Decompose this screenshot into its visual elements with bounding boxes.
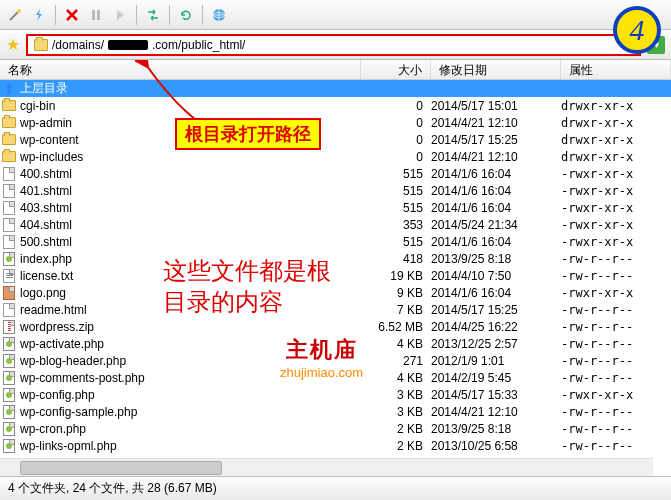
cell-attr: -rw-r--r-- <box>561 337 671 351</box>
cell-attr: -rw-r--r-- <box>561 371 671 385</box>
annotation-line2: 目录的内容 <box>163 286 331 317</box>
cell-date: 2014/1/6 16:04 <box>431 184 561 198</box>
col-date-header[interactable]: 修改日期 <box>431 60 561 79</box>
cell-attr: -rw-r--r-- <box>561 422 671 436</box>
cell-size: 7 KB <box>361 303 431 317</box>
svg-rect-1 <box>92 10 95 20</box>
file-name: license.txt <box>20 269 73 283</box>
file-name: logo.png <box>20 286 66 300</box>
cell-date: 2014/4/21 12:10 <box>431 150 561 164</box>
cell-size: 4 KB <box>361 371 431 385</box>
step-badge: 4 <box>613 6 661 54</box>
annotation-files-label: 这些文件都是根 目录的内容 <box>163 255 331 317</box>
cell-size: 515 <box>361 201 431 215</box>
play-icon[interactable] <box>109 4 131 26</box>
txt-file-icon <box>2 269 16 283</box>
file-name: readme.html <box>20 303 87 317</box>
cell-attr: drwxr-xr-x <box>561 150 671 164</box>
file-name: 401.shtml <box>20 184 72 198</box>
file-name: 403.shtml <box>20 201 72 215</box>
col-attr-header[interactable]: 属性 <box>561 60 671 79</box>
cell-attr: -rw-r--r-- <box>561 354 671 368</box>
favorite-icon[interactable]: ★ <box>6 35 20 54</box>
table-row[interactable]: wp-links-opml.php2 KB2013/10/25 6:58-rw-… <box>0 437 671 454</box>
pause-icon[interactable] <box>85 4 107 26</box>
cell-date: 2014/5/17 15:25 <box>431 133 561 147</box>
separator <box>169 5 170 25</box>
table-row[interactable]: ⬆上层目录 <box>0 80 671 97</box>
annotation-path-label: 根目录打开路径 <box>175 118 321 150</box>
table-row[interactable]: 404.shtml3532014/5/24 21:34-rwxr-xr-x <box>0 216 671 233</box>
cell-size: 19 KB <box>361 269 431 283</box>
cell-date: 2014/1/6 16:04 <box>431 201 561 215</box>
file-name: wp-blog-header.php <box>20 354 126 368</box>
table-row[interactable]: wp-includes02014/4/21 12:10drwxr-xr-x <box>0 148 671 165</box>
file-file-icon <box>2 218 16 232</box>
swap-icon[interactable] <box>142 4 164 26</box>
table-row[interactable]: logo.png9 KB2014/1/6 16:04-rwxr-xr-x <box>0 284 671 301</box>
cell-date: 2013/12/25 2:57 <box>431 337 561 351</box>
table-row[interactable]: wp-config-sample.php3 KB2014/4/21 12:10-… <box>0 403 671 420</box>
cell-size: 2 KB <box>361 456 431 457</box>
cell-attr: -rw-r--r-- <box>561 405 671 419</box>
table-row[interactable]: wp-config.php3 KB2014/5/17 15:33-rwxr-xr… <box>0 386 671 403</box>
delete-icon[interactable] <box>61 4 83 26</box>
cell-size: 0 <box>361 99 431 113</box>
table-row[interactable]: wordpress.zip6.52 MB2014/4/25 16:22-rw-r… <box>0 318 671 335</box>
table-row[interactable]: wp-cron.php2 KB2013/9/25 8:18-rw-r--r-- <box>0 420 671 437</box>
cell-attr: -rwxr-xr-x <box>561 167 671 181</box>
table-row[interactable]: 401.shtml5152014/1/6 16:04-rwxr-xr-x <box>0 182 671 199</box>
table-row[interactable]: cgi-bin02014/5/17 15:01drwxr-xr-x <box>0 97 671 114</box>
table-row[interactable]: 400.shtml5152014/1/6 16:04-rwxr-xr-x <box>0 165 671 182</box>
php-file-icon <box>2 422 16 436</box>
cell-size: 0 <box>361 150 431 164</box>
php-file-icon <box>2 371 16 385</box>
cell-size: 515 <box>361 184 431 198</box>
cell-attr: -rwxr-xr-x <box>561 235 671 249</box>
table-row[interactable]: index.php4182013/9/25 8:18-rw-r--r-- <box>0 250 671 267</box>
up-arrow-icon: ⬆ <box>2 82 16 96</box>
status-bar: 4 个文件夹, 24 个文件, 共 28 (6.67 MB) <box>0 476 671 500</box>
table-row[interactable]: wp-content02014/5/17 15:25drwxr-xr-x <box>0 131 671 148</box>
table-row[interactable]: 403.shtml5152014/1/6 16:04-rwxr-xr-x <box>0 199 671 216</box>
refresh-icon[interactable] <box>175 4 197 26</box>
file-file-icon <box>2 167 16 181</box>
horizontal-scrollbar[interactable] <box>0 458 653 476</box>
connect-icon[interactable] <box>4 4 26 26</box>
cell-attr: -rwxr-xr-x <box>561 184 671 198</box>
file-name: wp-links-opml.php <box>20 439 117 453</box>
cell-attr: -rw-r--r-- <box>561 252 671 266</box>
file-list[interactable]: ⬆上层目录cgi-bin02014/5/17 15:01drwxr-xr-xwp… <box>0 80 671 456</box>
address-bar: ★ /domains/.com/public_html/ ▾ <box>0 30 671 60</box>
path-input[interactable]: /domains/.com/public_html/ <box>26 34 641 56</box>
col-name-header[interactable]: 名称 <box>0 60 361 79</box>
cell-size: 6.52 MB <box>361 320 431 334</box>
globe-icon[interactable] <box>208 4 230 26</box>
cell-date: 2013/10/25 6:58 <box>431 439 561 453</box>
table-row[interactable]: wp-admin02014/4/21 12:10drwxr-xr-x <box>0 114 671 131</box>
svg-rect-2 <box>97 10 100 20</box>
lightning-icon[interactable] <box>28 4 50 26</box>
cell-attr: -rw-r--r-- <box>561 269 671 283</box>
cell-attr: drwxr-xr-x <box>561 99 671 113</box>
col-size-header[interactable]: 大小 <box>361 60 431 79</box>
cell-attr: -rwxr-xr-x <box>561 201 671 215</box>
table-row[interactable]: 500.shtml5152014/1/6 16:04-rwxr-xr-x <box>0 233 671 250</box>
cell-attr: drwxr-xr-x <box>561 116 671 130</box>
cell-size: 9 KB <box>361 286 431 300</box>
svg-point-0 <box>17 9 21 13</box>
cell-attr: -rwxr-xr-x <box>561 218 671 232</box>
cell-date: 2014/4/10 7:50 <box>431 269 561 283</box>
table-row[interactable]: license.txt19 KB2014/4/10 7:50-rw-r--r-- <box>0 267 671 284</box>
watermark: 主机庙 zhujimiao.com <box>280 335 363 380</box>
main-toolbar <box>0 0 671 30</box>
cell-attr: -rw-r--r-- <box>561 320 671 334</box>
file-name: wp-admin <box>20 116 72 130</box>
cell-date: 2014/5/24 21:34 <box>431 218 561 232</box>
cell-date: 2014/1/6 16:04 <box>431 286 561 300</box>
cell-attr: -rwxr-xr-x <box>561 286 671 300</box>
cell-attr: -rw-r--r-- <box>561 439 671 453</box>
file-name: wp-config.php <box>20 388 95 402</box>
table-row[interactable]: wp-load.php2 KB2013/10/25 6:58-rw-r--r-- <box>0 454 671 456</box>
table-row[interactable]: readme.html7 KB2014/5/17 15:25-rw-r--r-- <box>0 301 671 318</box>
